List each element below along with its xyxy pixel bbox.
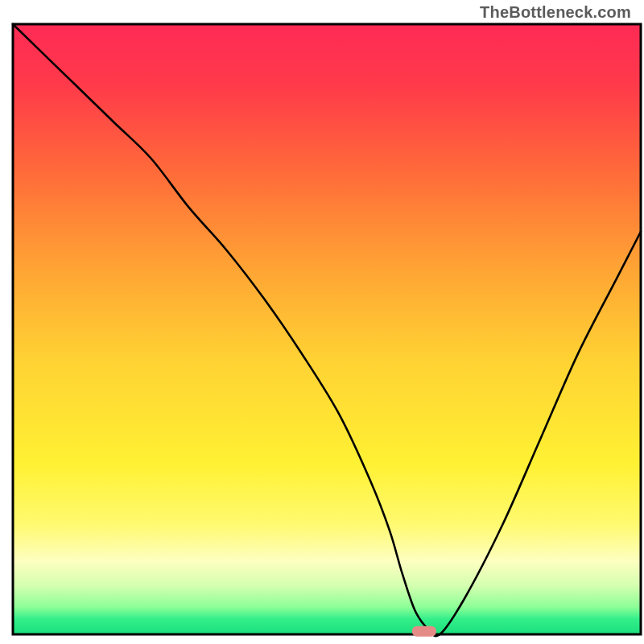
- optimal-point-marker: [412, 626, 436, 637]
- chart-stage: TheBottleneck.com: [0, 0, 644, 644]
- bottleneck-chart: [0, 0, 644, 644]
